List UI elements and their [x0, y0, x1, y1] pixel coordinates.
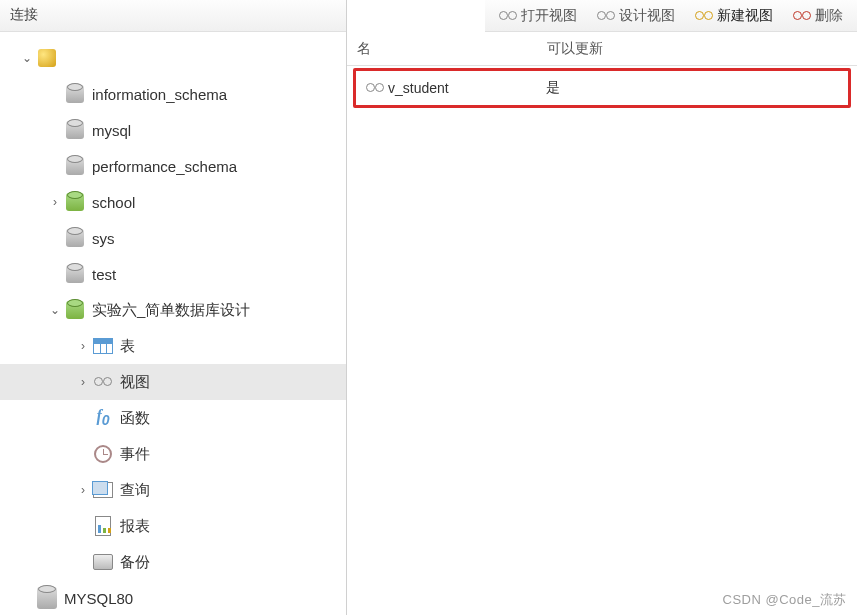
tree-folder-tables[interactable]: › 表: [0, 328, 346, 364]
db-label: mysql: [92, 122, 131, 139]
view-list-row[interactable]: v_student 是: [356, 71, 848, 105]
design-view-label: 设计视图: [619, 7, 675, 25]
connection-icon: [38, 49, 56, 67]
tree-folder-backups[interactable]: 备份: [0, 544, 346, 580]
db-label: school: [92, 194, 135, 211]
sidebar-title: 连接: [0, 0, 346, 32]
folder-label: 表: [120, 337, 135, 356]
folder-label: 报表: [120, 517, 150, 536]
view-updatable: 是: [546, 79, 560, 97]
db-label: 实验六_简单数据库设计: [92, 301, 250, 320]
function-icon: f0: [96, 407, 109, 428]
database-icon: [66, 85, 84, 103]
tree-db-mysql[interactable]: mysql: [0, 112, 346, 148]
new-view-button[interactable]: 新建视图: [689, 5, 779, 27]
tree-folder-views[interactable]: › 视图: [0, 364, 346, 400]
glasses-icon: [499, 11, 517, 21]
query-icon: [93, 482, 113, 498]
db-label: information_schema: [92, 86, 227, 103]
db-label: test: [92, 266, 116, 283]
report-icon: [95, 516, 111, 536]
new-view-label: 新建视图: [717, 7, 773, 25]
database-icon: [66, 265, 84, 283]
views-icon: [94, 377, 112, 387]
chevron-down-icon[interactable]: ⌄: [48, 303, 62, 317]
delete-button[interactable]: 删除: [787, 5, 849, 27]
connection-tree: ⌄ information_schema mysql performance_s…: [0, 32, 346, 615]
folder-label: 查询: [120, 481, 150, 500]
clock-icon: [94, 445, 112, 463]
col-name-header: 名: [357, 40, 547, 58]
design-view-button[interactable]: 设计视图: [591, 5, 681, 27]
folder-label: 函数: [120, 409, 150, 428]
tree-db-test[interactable]: test: [0, 256, 346, 292]
tree-db-experiment6[interactable]: ⌄ 实验六_简单数据库设计: [0, 292, 346, 328]
tree-connection[interactable]: ⌄: [0, 40, 346, 76]
folder-label: 视图: [120, 373, 150, 392]
db-label: performance_schema: [92, 158, 237, 175]
glasses-red-icon: [793, 11, 811, 21]
folder-label: 备份: [120, 553, 150, 572]
db-label: sys: [92, 230, 115, 247]
database-active-icon: [66, 301, 84, 319]
view-item-icon: [366, 83, 384, 93]
glasses-icon: [597, 11, 615, 21]
chevron-down-icon[interactable]: ⌄: [20, 51, 34, 65]
open-view-label: 打开视图: [521, 7, 577, 25]
folder-label: 事件: [120, 445, 150, 464]
highlighted-row: v_student 是: [353, 68, 851, 108]
tree-db-performance-schema[interactable]: performance_schema: [0, 148, 346, 184]
connection2-label: MYSQL80: [64, 590, 133, 607]
view-list-header: 名 可以更新: [347, 32, 857, 66]
watermark: CSDN @Code_流苏: [723, 591, 847, 609]
tree-db-information-schema[interactable]: information_schema: [0, 76, 346, 112]
chevron-right-icon[interactable]: ›: [48, 195, 62, 209]
chevron-right-icon[interactable]: ›: [76, 483, 90, 497]
database-icon: [66, 157, 84, 175]
glasses-gold-icon: [695, 11, 713, 21]
table-icon: [93, 338, 113, 354]
tree-folder-functions[interactable]: f0 函数: [0, 400, 346, 436]
chevron-right-icon[interactable]: ›: [76, 339, 90, 353]
database-icon: [66, 229, 84, 247]
tree-db-school[interactable]: › school: [0, 184, 346, 220]
backup-icon: [93, 554, 113, 570]
open-view-button[interactable]: 打开视图: [493, 5, 583, 27]
server-icon: [37, 587, 57, 609]
sidebar: 连接 ⌄ information_schema mysql performanc…: [0, 0, 347, 615]
tree-folder-queries[interactable]: › 查询: [0, 472, 346, 508]
view-name: v_student: [388, 80, 449, 96]
chevron-right-icon[interactable]: ›: [76, 375, 90, 389]
tree-db-sys[interactable]: sys: [0, 220, 346, 256]
top-toolbar: 打开视图 设计视图 新建视图 删除: [485, 0, 857, 32]
database-active-icon: [66, 193, 84, 211]
tree-folder-events[interactable]: 事件: [0, 436, 346, 472]
col-updatable-header: 可以更新: [547, 40, 847, 58]
delete-label: 删除: [815, 7, 843, 25]
tree-folder-reports[interactable]: 报表: [0, 508, 346, 544]
tree-connection-mysql80[interactable]: MYSQL80: [0, 580, 346, 615]
database-icon: [66, 121, 84, 139]
main-panel: 名 可以更新 v_student 是: [347, 32, 857, 615]
